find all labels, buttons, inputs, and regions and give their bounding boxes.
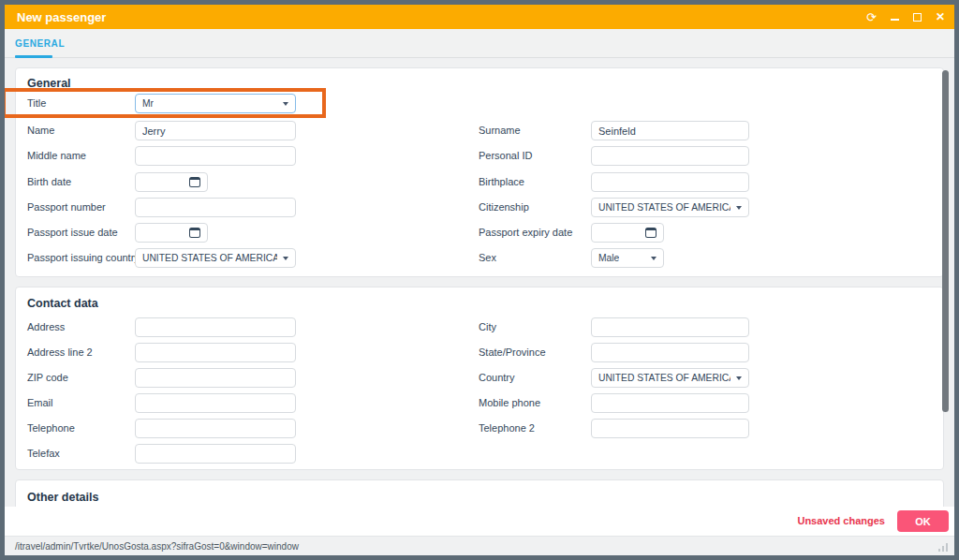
sex-select-value: Male [598, 253, 619, 263]
citizenship-select[interactable]: UNITED STATES OF AMERICA [591, 198, 749, 217]
title-select[interactable]: Mr [135, 94, 296, 113]
telefax-input[interactable] [142, 445, 288, 463]
citizenship-label: Citizenship [479, 198, 529, 217]
new-passenger-dialog: New passenger ⟳ ✕ GENERAL General Title … [0, 0, 959, 560]
passport-issuing-country-select[interactable]: UNITED STATES OF AMERICA [135, 248, 296, 268]
resize-grip-icon[interactable] [938, 543, 950, 552]
telephone-2-label: Telephone 2 [479, 419, 535, 438]
row-email-mobile: Email Mobile phone [16, 393, 943, 413]
address-field-wrap [135, 317, 296, 337]
passport-expiry-date-input[interactable] [598, 224, 645, 242]
address-line-2-label: Address line 2 [27, 343, 93, 362]
birth-date-input[interactable] [142, 173, 189, 191]
chevron-down-icon [651, 257, 657, 260]
passport-number-label: Passport number [27, 198, 106, 217]
passport-issue-date-field-wrap [135, 223, 208, 243]
chevron-down-icon [283, 102, 288, 106]
ok-button[interactable]: OK [897, 510, 949, 532]
status-bar: /itravel/admin/Tvrtke/UnosGosta.aspx?sif… [5, 536, 954, 555]
birth-date-field-wrap [135, 172, 208, 192]
birthplace-field-wrap [591, 172, 749, 192]
telephone-field-wrap [135, 419, 296, 438]
name-label: Name [27, 121, 54, 140]
sex-select[interactable]: Male [591, 248, 664, 268]
section-general: General Title Mr Name Surname Mid [15, 67, 944, 277]
zip-code-field-wrap [135, 368, 296, 388]
country-select[interactable]: UNITED STATES OF AMERICA [591, 368, 749, 388]
row-middlename-personalid: Middle name Personal ID [16, 146, 943, 166]
row-address-city: Address City [16, 317, 943, 337]
email-field-wrap [135, 393, 296, 413]
section-contact-data: Contact data Address City Address line 2… [15, 287, 944, 470]
window-controls: ⟳ ✕ [866, 5, 945, 29]
zip-code-label: ZIP code [27, 368, 68, 388]
calendar-icon[interactable] [189, 228, 200, 238]
state-province-field-wrap [591, 343, 749, 362]
passport-issuing-country-select-value: UNITED STATES OF AMERICA [142, 253, 277, 263]
surname-input[interactable] [598, 122, 742, 140]
status-url: /itravel/admin/Tvrtke/UnosGosta.aspx?sif… [15, 537, 299, 556]
country-label: Country [479, 368, 515, 388]
vertical-scrollbar [942, 58, 953, 507]
maximize-icon[interactable] [913, 5, 922, 29]
telefax-label: Telefax [27, 444, 60, 464]
address-input[interactable] [142, 318, 288, 336]
tab-general[interactable]: GENERAL [15, 38, 65, 49]
close-icon[interactable]: ✕ [936, 5, 945, 29]
scrollbar-thumb[interactable] [942, 70, 949, 412]
state-province-input[interactable] [598, 344, 742, 361]
dialog-footer: Unsaved changes OK [5, 507, 954, 536]
chevron-down-icon [283, 257, 288, 260]
dialog-titlebar[interactable]: New passenger ⟳ ✕ [5, 5, 954, 29]
state-province-label: State/Province [479, 343, 546, 362]
middle-name-label: Middle name [27, 146, 86, 166]
middle-name-field-wrap [135, 146, 296, 166]
row-telefax: Telefax [16, 444, 943, 464]
birthplace-input[interactable] [598, 173, 742, 191]
birth-date-label: Birth date [27, 172, 71, 192]
mobile-phone-field-wrap [591, 393, 749, 413]
birthplace-label: Birthplace [479, 172, 524, 192]
address-line-2-field-wrap [135, 343, 296, 362]
section-title-general: General [27, 77, 71, 90]
telefax-field-wrap [135, 444, 296, 464]
telephone-input[interactable] [142, 420, 288, 437]
name-field-wrap [135, 121, 296, 140]
address-line-2-input[interactable] [142, 344, 288, 361]
section-title-other: Other details [27, 491, 98, 504]
passport-issue-date-input[interactable] [142, 224, 189, 242]
passport-number-field-wrap [135, 198, 296, 217]
city-input[interactable] [598, 318, 742, 336]
passport-issuing-country-label: Passport issuing country [27, 248, 140, 268]
name-input[interactable] [142, 122, 288, 140]
email-label: Email [27, 393, 53, 413]
title-select-value: Mr [142, 98, 154, 109]
row-title: Title Mr [16, 94, 943, 113]
citizenship-select-value: UNITED STATES OF AMERICA [598, 202, 730, 213]
personal-id-field-wrap [591, 146, 749, 166]
zip-code-input[interactable] [142, 369, 288, 387]
telephone-2-input[interactable] [598, 420, 742, 437]
personal-id-label: Personal ID [479, 146, 532, 166]
surname-label: Surname [479, 121, 521, 140]
refresh-icon[interactable]: ⟳ [866, 5, 877, 29]
telephone-2-field-wrap [591, 419, 749, 438]
email-input[interactable] [142, 394, 288, 412]
surname-field-wrap [591, 121, 749, 140]
row-issuingcountry-sex: Passport issuing country UNITED STATES O… [16, 248, 943, 268]
row-passport-dates: Passport issue date Passport expiry date [16, 223, 943, 243]
chevron-down-icon [736, 206, 742, 210]
section-title-contact: Contact data [27, 297, 98, 310]
row-zip-country: ZIP code Country UNITED STATES OF AMERIC… [16, 368, 943, 388]
personal-id-input[interactable] [598, 147, 742, 165]
minimize-icon[interactable] [891, 5, 899, 29]
passport-expiry-date-label: Passport expiry date [479, 223, 572, 243]
passport-issue-date-label: Passport issue date [27, 223, 118, 243]
mobile-phone-input[interactable] [598, 394, 742, 412]
calendar-icon[interactable] [189, 177, 200, 187]
calendar-icon[interactable] [645, 228, 657, 238]
address-label: Address [27, 317, 65, 337]
middle-name-input[interactable] [142, 147, 288, 165]
tab-bar: GENERAL [5, 29, 954, 58]
passport-number-input[interactable] [142, 199, 288, 216]
